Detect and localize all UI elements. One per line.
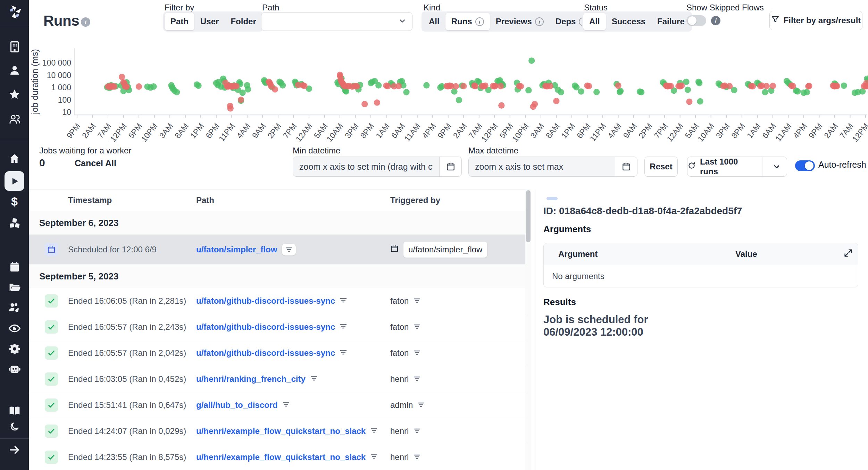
building-icon[interactable] <box>0 39 29 55</box>
robot-icon[interactable] <box>0 361 29 378</box>
triggered-filter-icon[interactable] <box>414 452 420 462</box>
runs-chart: 100 00010 0001 00010010job duration (ms)… <box>29 36 868 144</box>
run-path-link[interactable]: u/henri/ranking_french_city <box>196 374 306 384</box>
triggered-filter-icon[interactable] <box>418 400 425 410</box>
svg-text:1 000: 1 000 <box>51 83 71 92</box>
book-icon[interactable] <box>0 402 29 419</box>
table-row[interactable]: Ended 16:05:57 (Ran in 2,243s)u/faton/gi… <box>29 314 525 340</box>
user-gear-icon[interactable] <box>0 299 29 316</box>
skipped-flows-toggle[interactable] <box>686 15 706 26</box>
filter-by-path-option[interactable]: Path <box>165 13 194 30</box>
max-datetime-input[interactable] <box>469 157 615 176</box>
svg-text:11PM: 11PM <box>588 121 608 143</box>
svg-text:8PM: 8PM <box>358 121 376 140</box>
auto-refresh-toggle[interactable] <box>795 160 815 171</box>
gear-icon[interactable] <box>0 341 29 357</box>
date-separator-row: September 6, 2023 <box>29 211 525 235</box>
arrow-right-icon[interactable] <box>0 442 29 458</box>
jobs-waiting-count: 0 <box>39 157 45 169</box>
col-path: Path <box>196 195 214 205</box>
min-datetime-calendar-button[interactable] <box>439 157 461 176</box>
path-select[interactable] <box>261 12 412 31</box>
status-failure-option[interactable]: Failure <box>651 13 691 30</box>
run-timestamp: Ended 16:05:57 (Ran in 2,042s) <box>68 348 186 358</box>
run-path-cell: u/faton/github-discord-issues-sync <box>196 296 347 306</box>
result-text: Job is scheduled for 06/09/2023 12:00:00 <box>543 313 703 338</box>
run-path-link[interactable]: u/faton/github-discord-issues-sync <box>196 348 335 358</box>
moon-icon[interactable] <box>0 418 29 435</box>
run-path-link[interactable]: u/faton/github-discord-issues-sync <box>196 322 335 332</box>
user-icon[interactable] <box>0 62 29 79</box>
path-filter-icon[interactable] <box>340 323 347 331</box>
run-path-link[interactable]: u/faton/simpler_flow <box>196 245 277 254</box>
job-id: ID: 018a64c8-dedb-d1a8-0f4a-2fa2abded5f7 <box>543 205 742 217</box>
min-datetime-input[interactable] <box>293 157 439 176</box>
last-runs-button[interactable]: Last 1000 runs <box>687 157 758 176</box>
reset-button[interactable]: Reset <box>644 157 678 177</box>
path-filter-icon[interactable] <box>370 453 377 461</box>
kind-runs-option[interactable]: Runsi <box>445 13 490 30</box>
filter-by-label: Filter by <box>165 3 194 12</box>
run-path-link[interactable]: g/all/hub_to_discord <box>196 400 278 410</box>
path-filter-icon[interactable] <box>370 427 377 435</box>
path-filter-icon[interactable] <box>340 297 347 305</box>
home-icon[interactable] <box>0 150 29 167</box>
run-timestamp: Ended 16:05:57 (Ran in 2,243s) <box>68 322 186 332</box>
kind-all-option[interactable]: All <box>423 13 445 30</box>
kind-previews-option[interactable]: Previewsi <box>490 13 550 30</box>
run-triggered-cell: faton <box>390 296 420 306</box>
last-runs-dropdown-button[interactable] <box>767 162 787 171</box>
table-row[interactable]: Ended 16:05:57 (Ran in 2,042s)u/faton/gi… <box>29 340 525 366</box>
triggered-filter-icon[interactable] <box>414 374 420 384</box>
no-arguments-text: No arguments <box>552 271 604 281</box>
runs-duration-chart[interactable]: 100 00010 0001 00010010job duration (ms)… <box>29 36 868 144</box>
eye-icon[interactable] <box>0 320 29 337</box>
expand-icon[interactable] <box>843 248 853 260</box>
chevron-down-icon <box>773 162 781 171</box>
col-argument: Argument <box>558 249 598 259</box>
date-separator-row: September 5, 2023 <box>29 265 525 288</box>
table-row[interactable]: Ended 14:24:07 (Ran in 0,029s)u/henri/ex… <box>29 418 525 444</box>
table-row[interactable]: Ended 16:03:05 (Ran in 0,452s)u/henri/ra… <box>29 366 525 392</box>
triggered-by-label: faton <box>390 322 409 332</box>
path-filter-icon[interactable] <box>283 401 290 409</box>
path-filter-icon[interactable] <box>310 375 317 383</box>
cancel-all-button[interactable]: Cancel All <box>75 158 116 168</box>
arguments-title: Arguments <box>543 224 591 235</box>
triggered-filter-icon[interactable] <box>414 322 420 332</box>
arguments-table: Argument Value No arguments <box>543 243 858 287</box>
filter-args-result-button[interactable]: Filter by args/result <box>769 11 862 30</box>
svg-text:2PM: 2PM <box>266 121 283 140</box>
run-path-link[interactable]: u/faton/github-discord-issues-sync <box>196 296 335 306</box>
panel-drag-handle[interactable] <box>546 197 558 200</box>
run-path-link[interactable]: u/henri/example_flow_quickstart_no_slack <box>196 452 366 462</box>
run-path-link[interactable]: u/henri/example_flow_quickstart_no_slack <box>196 426 366 436</box>
runs-info-icon[interactable]: i <box>81 17 90 27</box>
filter-by-folder-option[interactable]: Folder <box>225 13 262 30</box>
skipped-info-icon[interactable]: i <box>711 16 720 25</box>
svg-text:job duration (ms): job duration (ms) <box>30 49 40 115</box>
table-row[interactable]: Scheduled for 12:00 6/9u/faton/simpler_f… <box>29 235 525 265</box>
table-row[interactable]: Ended 16:06:05 (Ran in 2,281s)u/faton/gi… <box>29 288 525 314</box>
path-filter-icon[interactable] <box>340 349 347 357</box>
table-row[interactable]: Ended 14:23:55 (Ran in 8,575s)u/henri/ex… <box>29 444 525 470</box>
dollar-icon[interactable]: $ <box>0 193 29 210</box>
windmill-logo-icon[interactable] <box>7 4 23 20</box>
status-success-option[interactable]: Success <box>606 13 651 30</box>
path-filter-icon[interactable] <box>282 244 296 255</box>
play-icon[interactable] <box>5 171 24 191</box>
status-all-option[interactable]: All <box>583 13 606 30</box>
filter-by-user-option[interactable]: User <box>194 13 225 30</box>
max-datetime-calendar-button[interactable] <box>615 157 637 176</box>
calendar-icon[interactable] <box>0 259 29 275</box>
user-group-icon[interactable] <box>0 111 29 127</box>
table-row[interactable]: Ended 15:51:41 (Ran in 0,647s)g/all/hub_… <box>29 392 525 418</box>
scrollbar-thumb[interactable] <box>526 190 531 242</box>
table-scrollbar[interactable] <box>525 189 531 470</box>
folder-icon[interactable] <box>0 279 29 296</box>
triggered-filter-icon[interactable] <box>414 426 420 436</box>
triggered-filter-icon[interactable] <box>414 348 420 358</box>
star-icon[interactable] <box>0 86 29 103</box>
cubes-icon[interactable] <box>0 215 29 232</box>
triggered-filter-icon[interactable] <box>414 296 420 306</box>
